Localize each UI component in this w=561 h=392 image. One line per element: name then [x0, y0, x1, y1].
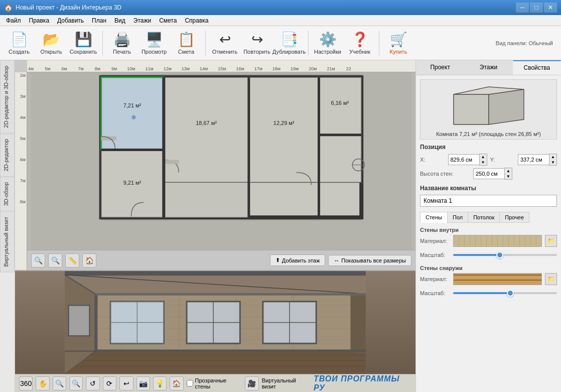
svg-rect-10	[319, 77, 361, 135]
x-input[interactable]	[448, 154, 479, 165]
tutorial-button[interactable]: ❓ Учебник	[345, 29, 375, 58]
x-up-button[interactable]: ▲	[480, 154, 487, 160]
tab-floors[interactable]: Этажи	[464, 60, 512, 75]
sidebar-tab-2d[interactable]: 2D-редактор	[0, 134, 15, 177]
preview-button[interactable]: 🖥️ Просмотр	[139, 29, 169, 58]
video-button[interactable]: 🎥	[245, 376, 258, 390]
hand-button[interactable]: ✋	[36, 376, 49, 390]
svg-rect-64	[69, 305, 90, 336]
walls-inside-title: Стены внутри	[420, 227, 557, 233]
zoom-out-3d-button[interactable]: 🔍	[53, 376, 66, 390]
duplicate-icon: 📑	[280, 31, 298, 48]
sidebar-tab-vr[interactable]: Виртуальный визит	[0, 211, 15, 273]
menu-bar: Файл Правка Добавить План Вид Этажи Смет…	[0, 15, 561, 26]
minimize-button[interactable]: ─	[516, 3, 529, 13]
redo-button[interactable]: ↪ Повторить	[242, 29, 272, 58]
estimate-button[interactable]: 📋 Смета	[171, 29, 201, 58]
room-name-label: Название комнаты	[420, 185, 557, 192]
walls-inside-slider[interactable]	[453, 250, 557, 260]
walls-inside-material-preview	[453, 235, 542, 247]
x-down-button[interactable]: ▼	[480, 160, 487, 165]
svg-rect-4	[101, 137, 116, 141]
y-down-button[interactable]: ▼	[549, 160, 556, 165]
buy-button[interactable]: 🛒 Купить	[383, 29, 413, 58]
walls-outside-slider[interactable]	[453, 288, 557, 298]
zoom-in-button[interactable]: 🔍	[48, 253, 62, 268]
rotate-button[interactable]: ↺	[86, 376, 99, 390]
svg-text:6,16 м²: 6,16 м²	[331, 100, 349, 106]
undo-button[interactable]: ↩ Отменить	[210, 29, 240, 58]
mat-tab-ceiling[interactable]: Потолок	[468, 212, 500, 223]
measure-button[interactable]: 📏	[65, 253, 79, 268]
walls-outside-material-row: Материал: 📁	[420, 273, 557, 285]
add-floor-button[interactable]: ⬆ Добавить этаж	[270, 254, 325, 266]
add-floor-icon: ⬆	[275, 257, 280, 264]
home-3d-button[interactable]: 🏠	[170, 376, 183, 390]
x-spinbox[interactable]: ▲ ▼	[448, 154, 487, 166]
open-button[interactable]: 📂 Открыть	[36, 29, 66, 58]
home-button[interactable]: 🏠	[82, 253, 96, 268]
wall-height-input[interactable]	[473, 168, 504, 179]
360-button[interactable]: 360	[19, 376, 33, 390]
svg-marker-67	[489, 89, 524, 124]
maximize-button[interactable]: □	[530, 3, 543, 13]
sidebar-tab-2d3d[interactable]: 2D-редактор и 3D-обзор	[0, 60, 15, 134]
menu-plan[interactable]: План	[88, 16, 110, 25]
left-sidebar: 2D-редактор и 3D-обзор 2D-редактор 3D-об…	[0, 60, 15, 392]
3d-scene	[15, 271, 415, 374]
wall-height-up-button[interactable]: ▲	[505, 168, 512, 174]
plan-bottom-bar: 🔍 🔍 📏 🏠 ⬆ Добавить этаж ↔ Показывать все…	[27, 250, 415, 270]
center-area: 4м 5м 6м 7м 8м 9м 10м 11м 12м 13м 14м 15…	[15, 60, 415, 392]
create-button[interactable]: 📄 Создать	[4, 29, 34, 58]
tab-properties[interactable]: Свойства	[513, 60, 561, 75]
brand-text: ТВОИ ПРОГРАММЫ РУ	[314, 374, 411, 393]
3d-view[interactable]: 360 ✋ 🔍 🔍 ↺ ⟳ ↩ 📷 💡 🏠 Прозрачные стены 🎥…	[15, 271, 415, 392]
mat-tab-walls[interactable]: Стены	[420, 212, 448, 223]
room-name-input[interactable]	[420, 195, 557, 207]
print-icon: 🖨️	[113, 31, 131, 48]
show-dimensions-button[interactable]: ↔ Показывать все размеры	[328, 255, 411, 266]
mat-tab-floor[interactable]: Пол	[447, 212, 468, 223]
menu-estimate[interactable]: Смета	[155, 16, 181, 25]
orbit-button[interactable]: ⟳	[103, 376, 116, 390]
position-title: Позиция	[420, 144, 557, 151]
walls-inside-material-button[interactable]: 📁	[545, 235, 557, 247]
room-preview: Комната 7,21 м² (площадь стен 26,85 м²)	[420, 79, 557, 140]
menu-file[interactable]: Файл	[2, 16, 25, 25]
walls-outside-material-label: Материал:	[420, 276, 450, 282]
light-button[interactable]: 💡	[153, 376, 167, 390]
reset-button[interactable]: ↩	[119, 376, 133, 390]
plan-canvas[interactable]: 7,21 м² 18,67 м² 12,29 м²	[27, 72, 415, 250]
undo-icon: ↩	[219, 31, 231, 48]
close-button[interactable]: ✕	[544, 3, 557, 13]
mat-tab-other[interactable]: Прочее	[499, 212, 529, 223]
y-input[interactable]	[518, 154, 549, 165]
svg-text:12,29 м²: 12,29 м²	[273, 120, 295, 126]
menu-floors[interactable]: Этажи	[129, 16, 155, 25]
transparent-walls-checkbox[interactable]: Прозрачные стены	[187, 377, 242, 389]
svg-rect-14	[319, 135, 361, 183]
walls-inside-section: Стены внутри Материал: 📁 Масштаб:	[420, 227, 557, 260]
wall-height-spinbox[interactable]: ▲ ▼	[473, 168, 512, 180]
menu-edit[interactable]: Правка	[25, 16, 54, 25]
wall-height-down-button[interactable]: ▼	[505, 174, 512, 179]
y-up-button[interactable]: ▲	[549, 154, 556, 160]
svg-rect-8	[249, 77, 319, 182]
duplicate-button[interactable]: 📑 Дублировать	[274, 29, 304, 58]
transparent-walls-input[interactable]	[187, 380, 193, 386]
tab-project[interactable]: Проект	[416, 60, 464, 75]
y-spinbox[interactable]: ▲ ▼	[518, 154, 557, 166]
menu-help[interactable]: Справка	[181, 16, 212, 25]
menu-add[interactable]: Добавить	[53, 16, 88, 25]
save-button[interactable]: 💾 Сохранить	[68, 29, 98, 58]
svg-rect-63	[95, 349, 366, 352]
floor-plan[interactable]: 4м 5м 6м 7м 8м 9м 10м 11м 12м 13м 14м 15…	[15, 60, 415, 271]
menu-view[interactable]: Вид	[110, 16, 129, 25]
sidebar-tab-3d[interactable]: 3D-обзор	[0, 177, 15, 211]
print-button[interactable]: 🖨️ Печать	[107, 29, 137, 58]
zoom-out-button[interactable]: 🔍	[31, 253, 45, 268]
settings-button[interactable]: ⚙️ Настройки	[313, 29, 343, 58]
walls-outside-material-button[interactable]: 📁	[545, 273, 557, 285]
zoom-in-3d-button[interactable]: 🔍	[69, 376, 83, 390]
camera-button[interactable]: 📷	[136, 376, 150, 390]
